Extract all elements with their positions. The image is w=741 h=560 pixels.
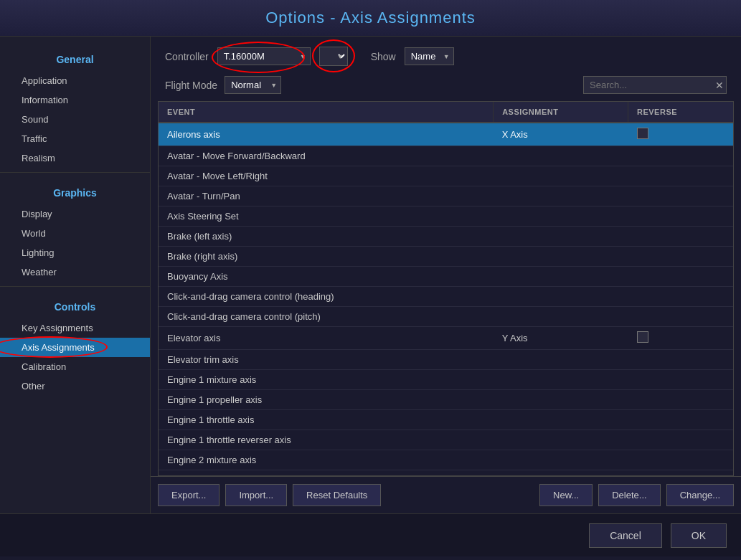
content-area: Controller T.16000M ▼ Show — [151, 37, 741, 513]
controller-arrow-select[interactable]: ▼ — [319, 47, 348, 66]
show-select[interactable]: Name All — [405, 47, 454, 65]
sidebar-item-information[interactable]: Information — [0, 90, 150, 110]
table-row[interactable]: Engine 1 mixture axis — [159, 370, 733, 390]
sidebar-item-lighting[interactable]: Lighting — [0, 243, 150, 262]
sidebar-item-world[interactable]: World — [0, 224, 150, 243]
cell-assignment — [494, 410, 628, 430]
bottom-action-bar: Export... Import... Reset Defaults New..… — [151, 476, 741, 513]
controller-row: Controller T.16000M ▼ Show — [151, 37, 741, 73]
col-assignment: ASSIGNMENT — [494, 102, 628, 123]
cell-event: Avatar - Move Forward/Backward — [159, 146, 494, 166]
sidebar-item-axis-assignments[interactable]: Axis Assignments — [0, 338, 150, 357]
cell-event: Avatar - Turn/Pan — [159, 186, 494, 207]
cell-event: Axis Steering Set — [159, 207, 494, 227]
cell-event: Ailerons axis — [159, 123, 494, 146]
table-row[interactable]: Brake (left axis) — [159, 227, 733, 247]
table-row[interactable]: Engine 2 mixture axis — [159, 450, 733, 470]
cell-reverse — [628, 327, 734, 350]
cell-event: Engine 1 throttle reverser axis — [159, 430, 494, 450]
cell-assignment: X Axis — [494, 123, 628, 146]
cell-assignment — [494, 146, 628, 166]
table-row[interactable]: Elevator axisY Axis — [159, 327, 733, 350]
flight-mode-select-wrapper[interactable]: Normal All Custom — [225, 76, 281, 94]
table-header-row: EVENT ASSIGNMENT REVERSE — [159, 102, 733, 123]
new-button[interactable]: New... — [539, 484, 593, 506]
sidebar-item-calibration[interactable]: Calibration — [0, 357, 150, 376]
sidebar-item-weather[interactable]: Weather — [0, 262, 150, 282]
search-clear-button[interactable]: ✕ — [715, 80, 724, 90]
table-row[interactable]: Engine 1 throttle reverser axis — [159, 430, 733, 450]
table-row[interactable]: Avatar - Move Left/Right — [159, 166, 733, 186]
cell-reverse — [628, 123, 734, 146]
assignments-table-wrapper[interactable]: EVENT ASSIGNMENT REVERSE Ailerons axisX … — [158, 101, 734, 476]
sidebar-item-sound[interactable]: Sound — [0, 110, 150, 129]
cell-assignment — [494, 247, 628, 267]
controller-select[interactable]: T.16000M — [217, 47, 311, 65]
cell-event: Elevator axis — [159, 327, 494, 350]
table-row[interactable]: Click-and-drag camera control (pitch) — [159, 307, 733, 327]
cell-event: Brake (left axis) — [159, 227, 494, 247]
cell-assignment: Y Axis — [494, 327, 628, 350]
search-input[interactable] — [583, 76, 727, 94]
cell-assignment — [494, 350, 628, 370]
ok-button[interactable]: OK — [671, 523, 727, 548]
table-row[interactable]: Engine 1 throttle axis — [159, 410, 733, 430]
cell-reverse — [628, 166, 734, 186]
cell-event: Click-and-drag camera control (pitch) — [159, 307, 494, 327]
export-button[interactable]: Export... — [158, 484, 220, 506]
cell-reverse — [628, 186, 734, 207]
reverse-checkbox[interactable] — [637, 128, 648, 139]
controller-label: Controller — [165, 51, 209, 62]
sidebar-item-application[interactable]: Application — [0, 71, 150, 90]
cell-assignment — [494, 166, 628, 186]
reverse-checkbox[interactable] — [637, 331, 648, 343]
import-button[interactable]: Import... — [225, 484, 287, 506]
sidebar-item-display[interactable]: Display — [0, 204, 150, 224]
reset-defaults-button[interactable]: Reset Defaults — [293, 484, 381, 506]
cell-event: Click-and-drag camera control (heading) — [159, 287, 494, 307]
controller-arrow-wrapper[interactable]: ▼ — [319, 47, 348, 66]
sidebar-item-other[interactable]: Other — [0, 376, 150, 396]
cell-reverse — [628, 307, 734, 327]
sidebar-item-traffic[interactable]: Traffic — [0, 129, 150, 148]
col-event: EVENT — [159, 102, 494, 123]
table-row[interactable]: Engine 2 propeller axis — [159, 470, 733, 477]
sidebar: General Application Information Sound Tr… — [0, 37, 151, 513]
cell-event: Avatar - Move Left/Right — [159, 166, 494, 186]
table-row[interactable]: Avatar - Move Forward/Backward — [159, 146, 733, 166]
table-row[interactable]: Brake (right axis) — [159, 247, 733, 267]
flight-mode-select[interactable]: Normal All Custom — [225, 76, 281, 94]
delete-button[interactable]: Delete... — [598, 484, 660, 506]
table-row[interactable]: Avatar - Turn/Pan — [159, 186, 733, 207]
flight-mode-row: Flight Mode Normal All Custom ✕ — [151, 73, 741, 101]
sidebar-item-realism[interactable]: Realism — [0, 148, 150, 168]
table-row[interactable]: Ailerons axisX Axis — [159, 123, 733, 146]
controller-select-wrapper[interactable]: T.16000M — [217, 47, 311, 65]
change-button[interactable]: Change... — [666, 484, 734, 506]
cell-event: Buoyancy Axis — [159, 267, 494, 287]
table-row[interactable]: Elevator trim axis — [159, 350, 733, 370]
cell-assignment — [494, 470, 628, 477]
cell-event: Elevator trim axis — [159, 350, 494, 370]
cancel-button[interactable]: Cancel — [589, 523, 662, 548]
cell-reverse — [628, 390, 734, 410]
cell-reverse — [628, 430, 734, 450]
graphics-section-title: Graphics — [0, 177, 150, 204]
cell-reverse — [628, 450, 734, 470]
table-row[interactable]: Engine 1 propeller axis — [159, 390, 733, 410]
flight-mode-label: Flight Mode — [165, 80, 217, 91]
table-row[interactable]: Axis Steering Set — [159, 207, 733, 227]
cell-assignment — [494, 186, 628, 207]
cell-reverse — [628, 146, 734, 166]
cell-assignment — [494, 430, 628, 450]
table-row[interactable]: Buoyancy Axis — [159, 267, 733, 287]
sidebar-item-key-assignments[interactable]: Key Assignments — [0, 318, 150, 338]
sidebar-divider-1 — [0, 172, 150, 173]
cell-assignment — [494, 390, 628, 410]
general-section-title: General — [0, 44, 150, 71]
table-row[interactable]: Click-and-drag camera control (heading) — [159, 287, 733, 307]
cell-assignment — [494, 267, 628, 287]
col-reverse: REVERSE — [628, 102, 734, 123]
cell-event: Engine 1 propeller axis — [159, 390, 494, 410]
show-select-wrapper[interactable]: Name All — [405, 47, 454, 65]
